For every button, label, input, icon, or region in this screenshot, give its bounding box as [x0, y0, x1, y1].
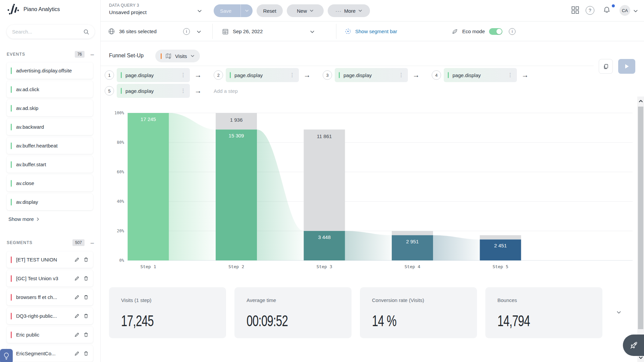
top-header: DATA QUERY 3 Unsaved project Save Reset … — [101, 0, 644, 21]
kebab-menu-icon[interactable]: ⋮ — [398, 73, 405, 77]
delete-icon[interactable] — [83, 257, 89, 262]
date-label: Sep 26, 2022 — [233, 28, 263, 34]
sidebar-search[interactable] — [7, 25, 95, 39]
search-input[interactable] — [12, 29, 83, 35]
segment-item[interactable]: [ET] TEST UNION — [7, 251, 93, 268]
metric-selector-chip[interactable]: Visits — [155, 50, 200, 62]
step-chip[interactable]: page.display⋮ — [117, 84, 190, 98]
duplicate-funnel-button[interactable] — [599, 59, 613, 74]
visits-map-icon — [165, 53, 172, 59]
event-item[interactable]: av.buffer.start — [7, 156, 93, 173]
help-icon[interactable]: ? — [586, 6, 594, 15]
scroll-up-button[interactable] — [637, 97, 644, 105]
step-chip[interactable]: page.display⋮ — [444, 68, 517, 82]
kpi-card-bounces: Bounces 14,794 — [485, 287, 602, 338]
event-accent — [11, 86, 12, 93]
segments-header: SEGMENTS 507 – — [7, 239, 94, 246]
segment-item[interactable]: EricSegmentCo... — [7, 345, 93, 362]
project-name: Unsaved project — [109, 9, 147, 15]
account-chevron-icon[interactable] — [633, 9, 638, 13]
segment-item[interactable]: [GC] Test Union v3 — [7, 270, 93, 287]
kebab-menu-icon[interactable]: ⋮ — [180, 88, 186, 93]
edit-icon[interactable] — [74, 313, 80, 319]
project-chevron-icon[interactable] — [197, 9, 202, 13]
run-funnel-button[interactable] — [618, 59, 635, 74]
date-chevron-icon[interactable] — [310, 29, 315, 34]
step-label: page.display — [234, 72, 289, 78]
info-glyph: i — [512, 29, 513, 34]
edit-icon[interactable] — [74, 351, 80, 356]
delete-icon[interactable] — [83, 351, 89, 356]
more-dots-icon: ··· — [335, 8, 341, 14]
collapse-events-icon[interactable]: – — [91, 53, 94, 56]
globe-icon — [108, 28, 115, 35]
edit-icon[interactable] — [74, 276, 80, 281]
step-number: 5 — [105, 86, 114, 96]
show-segment-bar-link[interactable]: Show segment bar — [345, 21, 397, 41]
sites-selector[interactable]: 36 sites selected — [108, 21, 157, 41]
play-icon — [625, 64, 629, 69]
event-item[interactable]: av.ad.skip — [7, 100, 93, 116]
kebab-menu-icon[interactable]: ⋮ — [289, 73, 296, 77]
step-chip[interactable]: page.display⋮ — [335, 68, 408, 82]
event-item[interactable]: av.backward — [7, 119, 93, 135]
event-accent — [11, 142, 12, 149]
sites-chevron-icon[interactable] — [197, 29, 201, 34]
new-label: New — [297, 8, 307, 14]
svg-text:3 448: 3 448 — [318, 234, 331, 240]
show-more-link[interactable]: Show more — [8, 216, 40, 222]
apps-grid-icon[interactable] — [571, 6, 580, 14]
step-chip[interactable]: page.display⋮ — [117, 68, 190, 82]
edit-icon[interactable] — [74, 294, 80, 300]
event-item[interactable]: av.ad.click — [7, 81, 93, 98]
save-dropdown[interactable] — [240, 4, 253, 17]
scrollbar-thumb[interactable] — [638, 107, 643, 329]
kebab-menu-icon[interactable]: ⋮ — [180, 73, 186, 77]
feedback-rocket-button[interactable] — [623, 335, 644, 356]
eco-info-icon[interactable]: i — [509, 28, 516, 35]
kebab-menu-icon[interactable]: ⋮ — [507, 73, 514, 77]
delete-icon[interactable] — [83, 294, 89, 300]
segment-item[interactable]: Eric public — [7, 326, 93, 343]
event-item[interactable]: av.buffer.heartbeat — [7, 137, 93, 154]
sites-info-icon[interactable]: i — [183, 28, 190, 35]
eco-mode-toggle[interactable] — [489, 28, 502, 35]
date-picker[interactable]: Sep 26, 2022 — [222, 21, 263, 41]
notifications-bell-icon[interactable] — [602, 6, 611, 14]
event-accent — [11, 124, 12, 130]
edit-icon[interactable] — [74, 332, 80, 338]
save-button[interactable]: Save — [214, 4, 253, 17]
step-number: 3 — [323, 70, 332, 80]
edit-icon[interactable] — [74, 257, 80, 262]
step-number: 1 — [105, 70, 114, 80]
add-step-input[interactable]: Add a step — [214, 88, 238, 94]
event-item[interactable]: advertising.display.offsite — [7, 62, 93, 79]
more-button[interactable]: ··· More — [328, 4, 370, 17]
eco-mode-label: Eco mode — [462, 28, 485, 34]
collapse-segments-icon[interactable]: – — [91, 241, 94, 244]
reset-button[interactable]: Reset — [257, 4, 283, 17]
kpi-collapse-chevron-icon[interactable] — [616, 310, 621, 315]
event-item[interactable]: av.display — [7, 194, 93, 210]
step-chip[interactable]: page.display⋮ — [226, 68, 299, 82]
segment-item[interactable]: browsers ff et ch... — [7, 289, 93, 305]
vertical-scrollbar[interactable] — [637, 97, 644, 362]
delete-icon[interactable] — [83, 276, 89, 281]
event-item[interactable]: av.close — [7, 175, 93, 191]
segment-item[interactable]: DQ3-right-public... — [7, 308, 93, 324]
segment-label: browsers ff et ch... — [16, 294, 71, 300]
delete-icon[interactable] — [83, 332, 89, 338]
new-button[interactable]: New — [287, 4, 324, 17]
chevron-down-icon — [191, 54, 195, 58]
avatar-initials: CA — [622, 8, 628, 13]
chevron-right-icon — [36, 217, 40, 221]
segment-accent — [11, 256, 12, 263]
help-widget-button[interactable] — [0, 349, 13, 362]
delete-icon[interactable] — [83, 313, 89, 319]
toolbar-divider — [212, 24, 213, 39]
user-avatar[interactable]: CA — [620, 5, 630, 16]
funnel-steps-row-1: 1 page.display⋮ → 2 page.display⋮ → 3 pa… — [105, 68, 541, 82]
segment-label: Eric public — [16, 332, 71, 338]
segment-label: DQ3-right-public... — [16, 313, 71, 319]
svg-text:15 309: 15 309 — [229, 133, 244, 138]
